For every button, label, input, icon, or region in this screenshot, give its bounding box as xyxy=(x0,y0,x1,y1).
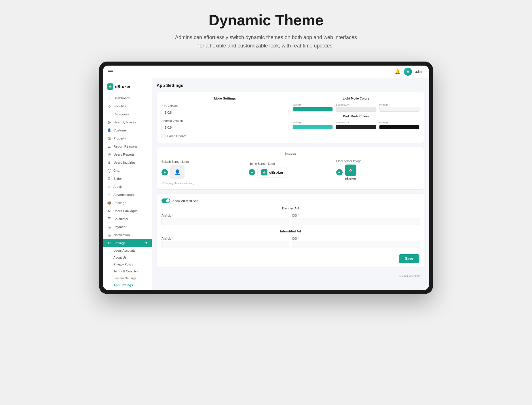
banner-ios-input[interactable] xyxy=(292,218,419,225)
home-add-btn[interactable]: + xyxy=(249,169,255,175)
ios-version-input[interactable] xyxy=(162,109,288,116)
admob-card: Show Ad Mob Ads Banner Ad Android * IOS … xyxy=(157,194,424,268)
users-inquiries-icon: ⊕ xyxy=(107,161,111,165)
main-title: Dynamic Theme xyxy=(175,12,357,29)
submenu-about-us[interactable]: About Us xyxy=(103,254,152,261)
interstitial-ad-title: Interstitial Ad xyxy=(162,230,419,233)
article-icon: ☆ xyxy=(107,185,111,189)
users-reports-icon: ◎ xyxy=(107,152,111,156)
sidebar-item-slider[interactable]: ⊟ Slider xyxy=(103,175,152,183)
notification-icon[interactable]: 🔔 xyxy=(394,68,401,75)
submenu-terms[interactable]: Terms & Condition xyxy=(103,268,152,275)
device-screen: 🔔 A admin 🏠 eBroker ⊞ Dashboard ◇ Facili… xyxy=(103,66,429,290)
hamburger-menu[interactable] xyxy=(108,70,113,73)
dark-mode-title: Dark Mode Colors xyxy=(292,114,419,118)
splash-label: Splash Screen Logo xyxy=(162,160,189,163)
page-header: Dynamic Theme Admins can effortlessly sw… xyxy=(175,12,357,50)
light-mode-title: Light Mode Colors xyxy=(292,97,419,100)
sidebar-item-customer[interactable]: 👤 Customer xyxy=(103,126,152,134)
advertisement-icon: ⊞ xyxy=(107,193,111,197)
sidebar-item-report-reasons[interactable]: ☰ Report Reasons xyxy=(103,142,152,150)
admin-label: admin xyxy=(415,70,424,74)
sidebar-item-advertisement[interactable]: ⊞ Advertisement xyxy=(103,191,152,199)
submenu-system-settings[interactable]: System Settings xyxy=(103,275,152,282)
avatar: A xyxy=(404,68,412,76)
sidebar-item-users-reports[interactable]: ◎ Users Reports xyxy=(103,150,152,158)
logo-text: eBroker xyxy=(115,84,130,89)
splash-placeholder: 👤 xyxy=(170,165,185,179)
android-version-label: Android Version xyxy=(162,119,288,123)
interstitial-android-label: Android * xyxy=(162,237,289,240)
banner-ios-label: IOS * xyxy=(292,214,419,217)
banner-ad-title: Banner Ad xyxy=(162,207,419,210)
images-card: Images Splash Screen Logo + 👤 Hom xyxy=(157,147,424,190)
settings-card: More Settings IOS Version Android Versio… xyxy=(157,92,424,143)
dark-primary[interactable]: Primary xyxy=(379,121,419,129)
dark-secondary[interactable]: Secondary xyxy=(336,121,376,129)
banner-android-label: Android * xyxy=(162,214,289,217)
sidebar-item-users-packages[interactable]: ⚙ Users Packages xyxy=(103,207,152,215)
customer-icon: 👤 xyxy=(107,128,111,132)
ebroker-logo: 🏠 eBroker xyxy=(345,165,356,180)
interstitial-ios-input[interactable] xyxy=(292,241,419,248)
images-title: Images xyxy=(162,152,419,155)
dashboard-icon: ⊞ xyxy=(107,96,111,100)
light-primary[interactable]: Primary xyxy=(379,103,419,112)
sidebar-item-settings[interactable]: ⚙ Settings ▼ xyxy=(103,239,152,247)
android-version-input[interactable] xyxy=(162,124,288,131)
sidebar-item-chat[interactable]: ◯ Chat xyxy=(103,167,152,175)
admob-toggle[interactable] xyxy=(162,198,170,203)
colors-panel: Light Mode Colors Tertiary Secondary xyxy=(292,97,419,138)
placeholder-img-label: Placeholder Image xyxy=(336,159,362,163)
sidebar-item-users-inquiries[interactable]: ⊕ Users Inquiries xyxy=(103,158,152,167)
light-tertiary[interactable]: Tertiary xyxy=(292,103,333,112)
sidebar-item-facilities[interactable]: ◇ Facilities xyxy=(103,102,152,110)
more-settings-title: More Settings xyxy=(162,97,288,100)
banner-ios-group: IOS * xyxy=(292,214,419,225)
sidebar-item-payment[interactable]: ◎ Payment xyxy=(103,223,152,231)
settings-icon: ⚙ xyxy=(107,241,111,245)
slider-icon: ⊟ xyxy=(107,177,111,181)
property-icon: 🏠 xyxy=(107,136,111,140)
sidebar-item-calculator[interactable]: ☰ Calculator xyxy=(103,215,152,223)
splash-add-btn[interactable]: + xyxy=(162,169,168,175)
submenu-web-settings[interactable]: Web Settings xyxy=(103,289,152,290)
svg-note: (Only svg files are allowed) xyxy=(162,182,419,185)
force-update-checkbox[interactable] xyxy=(162,134,166,138)
force-update-label: Force Update xyxy=(167,134,187,138)
logo-icon: 🏠 xyxy=(107,83,113,90)
package-icon: 📦 xyxy=(107,201,111,205)
device-frame: 🔔 A admin 🏠 eBroker ⊞ Dashboard ◇ Facili… xyxy=(99,62,433,294)
submenu-app-settings[interactable]: App Settings xyxy=(103,282,152,289)
sidebar: 🏠 eBroker ⊞ Dashboard ◇ Facilities ☰ Cat… xyxy=(103,78,152,290)
interstitial-ios-label: IOS * xyxy=(292,237,419,240)
sidebar-item-nearby[interactable]: ◎ Near By Places xyxy=(103,118,152,126)
sidebar-item-article[interactable]: ☆ Article xyxy=(103,183,152,191)
sidebar-item-notification[interactable]: ◎ Notification xyxy=(103,231,152,239)
users-packages-icon: ⚙ xyxy=(107,209,111,213)
placeholder-add-btn[interactable]: + xyxy=(336,169,343,175)
more-settings-panel: More Settings IOS Version Android Versio… xyxy=(162,97,288,138)
chevron-down-icon: ▼ xyxy=(145,241,148,244)
submenu-privacy-policy[interactable]: Privacy Policy xyxy=(103,261,152,268)
submenu-users-accounts[interactable]: Users Accounts xyxy=(103,247,152,254)
interstitial-ios-group: IOS * xyxy=(292,237,419,248)
dark-tertiary[interactable]: Tertiary xyxy=(292,121,333,129)
sidebar-item-package[interactable]: 📦 Package xyxy=(103,199,152,207)
interstitial-android-input[interactable] xyxy=(162,241,289,248)
notification-nav-icon: ◎ xyxy=(107,233,111,237)
main-content: App Settings More Settings IOS Version xyxy=(152,78,429,290)
sidebar-item-property[interactable]: 🏠 Property xyxy=(103,134,152,142)
interstitial-android-group: Android * xyxy=(162,237,289,248)
light-secondary[interactable]: Secondary xyxy=(336,103,376,112)
sidebar-item-dashboard[interactable]: ⊞ Dashboard xyxy=(103,94,152,102)
home-screen-upload: Home Screen Logo + 🏠 eBroker xyxy=(249,162,332,177)
ios-version-label: IOS Version xyxy=(162,104,288,108)
banner-android-input[interactable] xyxy=(162,218,289,225)
save-button[interactable]: Save xyxy=(399,254,419,263)
sidebar-item-categories[interactable]: ☰ Categories xyxy=(103,110,152,118)
payment-icon: ◎ xyxy=(107,225,111,229)
logo-badge: 🏠 xyxy=(345,165,356,176)
splash-screen-upload: Splash Screen Logo + 👤 xyxy=(162,160,245,179)
banner-android-group: Android * xyxy=(162,214,289,225)
